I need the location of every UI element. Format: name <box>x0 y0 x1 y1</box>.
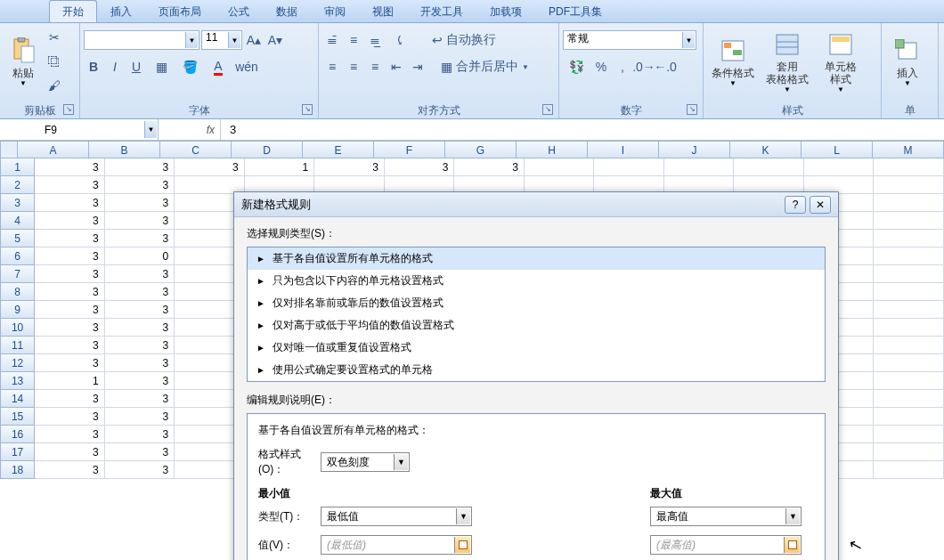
row-header[interactable]: 17 <box>0 443 35 461</box>
font-size-select[interactable]: 11▼ <box>201 30 242 50</box>
increase-decimal-button[interactable]: .0→ <box>634 57 654 77</box>
column-header[interactable]: J <box>659 141 730 158</box>
cell[interactable] <box>874 354 944 372</box>
cell[interactable]: 3 <box>35 443 105 461</box>
row-header[interactable]: 10 <box>0 319 35 337</box>
cell[interactable] <box>874 158 944 176</box>
percent-button[interactable]: % <box>591 57 611 77</box>
row-header[interactable]: 2 <box>0 176 35 194</box>
row-header[interactable]: 11 <box>0 337 35 354</box>
row-header[interactable]: 18 <box>0 461 35 479</box>
column-header[interactable]: M <box>873 141 944 158</box>
fill-color-button[interactable]: 🪣 <box>176 57 203 77</box>
paste-button[interactable]: 粘贴 ▼ <box>4 25 43 98</box>
rule-type-item[interactable]: ►基于各自值设置所有单元格的格式 <box>248 248 825 270</box>
cell[interactable] <box>874 390 944 408</box>
cell[interactable] <box>664 158 735 176</box>
font-launcher[interactable]: ↘ <box>302 104 313 115</box>
decrease-font-button[interactable]: A▾ <box>265 30 285 50</box>
cell[interactable]: 3 <box>35 408 105 426</box>
cell[interactable]: 3 <box>105 319 175 337</box>
cell[interactable]: 3 <box>385 158 455 176</box>
cell[interactable] <box>874 194 944 212</box>
row-header[interactable]: 12 <box>0 354 35 372</box>
underline-button[interactable]: U <box>126 57 146 77</box>
tab-pdf[interactable]: PDF工具集 <box>535 0 615 22</box>
align-middle-button[interactable]: ≡ <box>344 30 363 50</box>
cell[interactable]: 3 <box>35 248 105 265</box>
cell[interactable]: 3 <box>105 461 175 479</box>
column-header[interactable]: G <box>445 141 517 158</box>
tab-addin[interactable]: 加载项 <box>476 0 535 22</box>
row-header[interactable]: 6 <box>0 248 35 265</box>
cell[interactable]: 3 <box>105 354 175 372</box>
cell[interactable]: 3 <box>105 265 175 283</box>
max-type-select[interactable]: 最高值▼ <box>650 507 802 526</box>
cell[interactable]: 3 <box>35 426 105 443</box>
rule-type-item[interactable]: ►仅对唯一值或重复值设置格式 <box>248 337 825 359</box>
cell[interactable]: 3 <box>454 158 525 176</box>
cell[interactable]: 3 <box>35 283 105 301</box>
insert-cells-button[interactable]: 插入 ▼ <box>885 25 930 98</box>
tab-insert[interactable]: 插入 <box>97 0 145 22</box>
cell[interactable]: 3 <box>105 230 175 248</box>
font-color-button[interactable]: A <box>205 57 232 77</box>
cell[interactable]: 3 <box>35 158 105 176</box>
cell[interactable]: 3 <box>105 337 175 354</box>
tab-view[interactable]: 视图 <box>359 0 407 22</box>
conditional-format-button[interactable]: 条件格式 ▼ <box>707 25 759 98</box>
phonetic-button[interactable]: wén <box>233 57 260 77</box>
cell[interactable]: 3 <box>35 212 105 230</box>
cell[interactable]: 3 <box>105 301 175 319</box>
row-header[interactable]: 4 <box>0 212 35 230</box>
merge-center-button[interactable]: ▦ 合并后居中▼ <box>435 57 535 77</box>
tab-data[interactable]: 数据 <box>263 0 311 22</box>
cell[interactable]: 3 <box>35 176 105 194</box>
tab-review[interactable]: 审阅 <box>311 0 359 22</box>
cell[interactable] <box>594 158 664 176</box>
wrap-text-button[interactable]: ↩ 自动换行 <box>426 30 502 50</box>
cell[interactable] <box>525 158 595 176</box>
row-header[interactable]: 1 <box>0 158 35 176</box>
help-button[interactable]: ? <box>785 196 806 214</box>
align-left-button[interactable]: ≡ <box>322 57 342 77</box>
cell[interactable] <box>874 461 944 479</box>
decrease-decimal-button[interactable]: ←.0 <box>655 57 675 77</box>
cell[interactable]: 3 <box>105 283 175 301</box>
cell[interactable] <box>874 176 944 194</box>
dialog-titlebar[interactable]: 新建格式规则 ? ✕ <box>234 192 838 217</box>
italic-button[interactable]: I <box>105 57 125 77</box>
cell[interactable] <box>734 158 804 176</box>
range-picker-button[interactable] <box>454 537 470 553</box>
cell[interactable]: 3 <box>35 230 105 248</box>
cell[interactable]: 3 <box>35 319 105 337</box>
row-header[interactable]: 8 <box>0 283 35 301</box>
align-top-button[interactable]: ≡̄ <box>322 30 342 50</box>
rule-type-item[interactable]: ►仅对高于或低于平均值的数值设置格式 <box>248 314 825 337</box>
rule-type-item[interactable]: ►使用公式确定要设置格式的单元格 <box>248 359 825 381</box>
increase-font-button[interactable]: A▴ <box>244 30 264 50</box>
cell[interactable]: 3 <box>35 337 105 354</box>
format-style-select[interactable]: 双色刻度 ▼ <box>321 452 410 472</box>
align-bottom-button[interactable]: ≡̲ <box>365 30 385 50</box>
formula-bar[interactable]: 3 <box>221 123 944 136</box>
tab-layout[interactable]: 页面布局 <box>145 0 215 22</box>
cell[interactable] <box>874 230 944 248</box>
cell[interactable] <box>874 301 944 319</box>
cell[interactable]: 3 <box>35 354 105 372</box>
fx-button[interactable]: fx <box>159 119 221 140</box>
row-header[interactable]: 7 <box>0 265 35 283</box>
format-as-table-button[interactable]: 套用 表格格式 ▼ <box>759 25 816 98</box>
copy-button[interactable]: ⿻ <box>45 52 64 71</box>
row-header[interactable]: 3 <box>0 194 35 212</box>
column-header[interactable]: B <box>89 141 160 158</box>
close-button[interactable]: ✕ <box>810 196 831 214</box>
cell[interactable]: 3 <box>105 390 175 408</box>
cell[interactable] <box>874 265 944 283</box>
bold-button[interactable]: B <box>84 57 103 77</box>
increase-indent-button[interactable]: ⇥ <box>408 57 427 77</box>
name-box[interactable]: F9 ▼ <box>0 119 159 140</box>
cell[interactable]: 3 <box>105 408 175 426</box>
tab-start[interactable]: 开始 <box>49 0 97 22</box>
column-header[interactable]: H <box>517 141 588 158</box>
